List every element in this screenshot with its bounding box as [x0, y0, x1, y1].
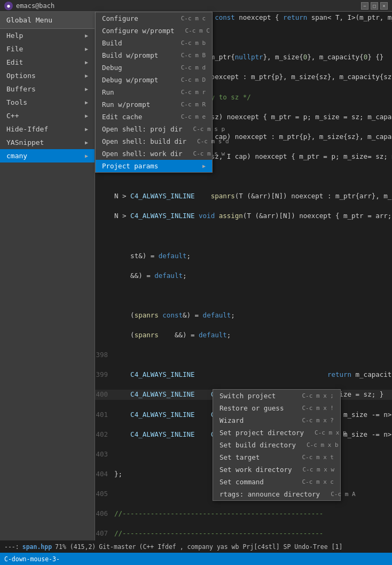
close-button[interactable]: × [380, 2, 388, 10]
cmany-item-configure[interactable]: ConfigureC-c m c [96, 12, 212, 25]
pp-item-set-command[interactable]: Set commandC-c m x c [213, 476, 340, 488]
menu-item-label: Run [102, 88, 114, 96]
pp-item-set-build-directory[interactable]: Set build directoryC-c m x b [213, 439, 340, 451]
sidebar: Global Menu Help▶File▶Edit▶Options▶Buffe… [0, 12, 95, 540]
menu-item-label: Build [102, 39, 122, 47]
submenu-arrow-icon: ▶ [85, 126, 88, 132]
cmany-item-open-shell-work-dir[interactable]: Open shell: work dirC-c m s w [96, 148, 212, 160]
cmany-item-debug-w-prompt[interactable]: Debug w/promptC-c m D [96, 74, 212, 86]
sidebar-item-label: C++ [6, 112, 19, 120]
code-line: &&) = default; [95, 271, 392, 281]
cmany-item-configure-w-prompt[interactable]: Configure w/promptC-c m C [96, 25, 212, 37]
sidebar-item-buffers[interactable]: Buffers▶ [0, 82, 95, 96]
sidebar-item-label: Buffers [6, 85, 36, 93]
statusbar-line1: ---: span.hpp 71% (415,2) Git-master (C+… [0, 540, 392, 553]
sidebar-menu: Help▶File▶Edit▶Options▶Buffers▶Tools▶C++… [0, 29, 95, 162]
menu-item-label: Wizard [219, 416, 244, 424]
sidebar-item-cmany[interactable]: cmany▶ [0, 149, 95, 162]
statusbar-filename: span.hpp [22, 543, 52, 551]
sidebar-item-yasnippet[interactable]: YASnippet▶ [0, 136, 95, 149]
pp-item-switch-project[interactable]: Switch projectC-c m x ; [213, 390, 340, 402]
cmany-item-open-shell-proj-dir[interactable]: Open shell: proj dirC-c m s p [96, 123, 212, 135]
maximize-button[interactable]: □ [371, 2, 378, 10]
shortcut-label: C-c m e [181, 113, 206, 120]
cmany-item-run[interactable]: RunC-c m r [96, 86, 212, 98]
submenu-arrow-icon: ▶ [85, 113, 88, 119]
sidebar-item-label: Help [6, 32, 23, 40]
shortcut-label: C-c m r [181, 89, 206, 96]
shortcut-label: C-c m x w [302, 466, 334, 473]
menu-item-label: Set build directory [219, 441, 296, 449]
code-line: N > C4_ALWAYS_INLINE spanrs(T (&arr)[N])… [95, 191, 392, 202]
cmany-item-debug[interactable]: DebugC-c m d [96, 61, 212, 74]
pp-item-set-work-directory[interactable]: Set work directoryC-c m x w [213, 463, 340, 476]
cmany-item-project-params[interactable]: Project params▶ [96, 160, 212, 172]
statusbar-modes: (C++ Ifdef , company yas wb Prj[c4stl] S… [139, 543, 343, 551]
shortcut-label: C-c m x ? [302, 417, 334, 424]
menu-item-label: Edit cache [102, 113, 142, 121]
shortcut-label: C-c m x b [307, 442, 339, 448]
menu-item-label: Open shell: proj dir [102, 125, 183, 133]
pp-item-wizard[interactable]: WizardC-c m x ? [213, 414, 340, 427]
code-line: 398 [95, 350, 392, 360]
shortcut-label: C-c m b [181, 40, 206, 47]
shortcut-label: C-c m x p [315, 429, 347, 436]
menu-item-label: Configure w/prompt [102, 27, 174, 35]
sidebar-item-edit[interactable]: Edit▶ [0, 56, 95, 69]
shortcut-label: C-c m x ! [302, 405, 334, 412]
statusbar-dashes: ---: [4, 543, 19, 551]
global-menu-header: Global Menu [0, 12, 95, 29]
cmany-item-edit-cache[interactable]: Edit cacheC-c m e [96, 111, 212, 123]
sidebar-item-c++[interactable]: C++▶ [0, 109, 95, 122]
titlebar: ● emacs@bach − □ × [0, 0, 392, 12]
project-params-dropdown[interactable]: Switch projectC-c m x ;Restore or guessC… [213, 389, 341, 501]
sidebar-item-label: cmany [6, 152, 27, 160]
code-line [95, 231, 392, 241]
cmany-item-open-shell-build-dir[interactable]: Open shell: build dirC-c m s d [96, 135, 212, 148]
sidebar-item-tools[interactable]: Tools▶ [0, 96, 95, 109]
submenu-arrow-icon: ▶ [85, 73, 88, 79]
menu-item-label: Switch project [219, 392, 276, 400]
code-line: st&) = default; [95, 251, 392, 261]
submenu-arrow-icon: ▶ [85, 99, 88, 105]
sidebar-item-label: Hide-Ifdef [6, 125, 48, 133]
menu-item-label: Set command [219, 478, 264, 486]
cmany-item-build[interactable]: BuildC-c m b [96, 37, 212, 49]
sidebar-item-label: Tools [6, 98, 27, 106]
menu-item-label: Open shell: work dir [102, 150, 183, 158]
pp-item-rtags-announce-directory[interactable]: rtags: announce directoryC-c m A [213, 488, 340, 500]
pp-item-set-target[interactable]: Set targetC-c m x t [213, 451, 340, 463]
cmany-dropdown[interactable]: ConfigureC-c m cConfigure w/promptC-c m … [95, 12, 213, 173]
shortcut-label: C-c m A [331, 491, 355, 498]
code-line [95, 172, 392, 182]
shortcut-label: C-c m D [181, 76, 206, 83]
menu-item-label: Debug w/prompt [102, 76, 158, 84]
shortcut-label: C-c m x ; [302, 392, 334, 399]
sidebar-item-hide-ifdef[interactable]: Hide-Ifdef▶ [0, 122, 95, 136]
pp-item-restore-or-guess[interactable]: Restore or guessC-c m x ! [213, 402, 340, 414]
menu-item-label: Set target [219, 453, 260, 461]
cmany-item-build-w-prompt[interactable]: Build w/promptC-c m B [96, 49, 212, 61]
code-line: (spanrs const&) = default; [95, 311, 392, 321]
statusbar-command: C-down-mouse-3- [4, 555, 60, 563]
sidebar-item-file[interactable]: File▶ [0, 42, 95, 56]
statusbar-branch: Git-master [99, 543, 136, 551]
shortcut-label: C-c m x t [302, 454, 334, 461]
pp-item-set-project-directory[interactable]: Set project directoryC-c m x p [213, 427, 340, 439]
sidebar-item-label: Options [6, 72, 36, 80]
cmany-item-run-w-prompt[interactable]: Run w/promptC-c m R [96, 98, 212, 111]
submenu-arrow-icon: ▶ [202, 163, 206, 169]
menu-item-label: Set project directory [219, 429, 304, 437]
sidebar-item-help[interactable]: Help▶ [0, 29, 95, 42]
minimize-button[interactable]: − [361, 2, 369, 10]
code-line: 399 C4_ALWAYS_INLINE return m_capacity; … [95, 370, 392, 380]
shortcut-label: C-c m s p [193, 126, 225, 133]
submenu-arrow-icon: ▶ [85, 140, 88, 145]
menu-item-label: Set work directory [219, 466, 292, 474]
menu-item-label: Open shell: build dir [102, 137, 186, 145]
sidebar-item-options[interactable]: Options▶ [0, 69, 95, 82]
statusbar-line2: C-down-mouse-3- [0, 553, 392, 565]
sidebar-item-label: File [6, 45, 23, 53]
titlebar-left: ● emacs@bach [4, 2, 54, 10]
sidebar-item-label: Edit [6, 58, 23, 66]
